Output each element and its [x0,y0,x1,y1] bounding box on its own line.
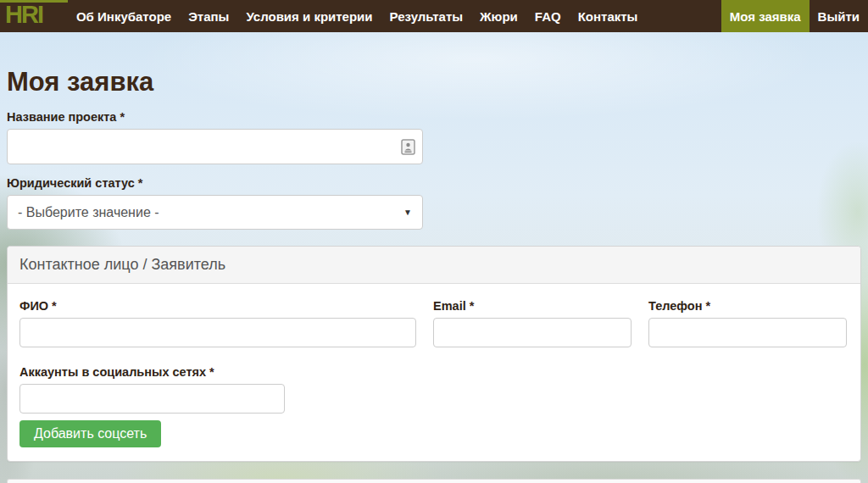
legal-status-select[interactable]: - Выберите значение - ▼ [7,195,423,230]
site-logo[interactable]: HRI [0,0,68,32]
nav-item-about-incubator[interactable]: Об Инкубаторе [68,0,180,32]
social-accounts-label: Аккаунты в социальных сетях * [19,365,849,379]
project-name-field: Название проекта * [7,110,861,164]
user-menu: Моя заявка Выйти [721,0,868,32]
phone-input[interactable] [648,318,847,347]
fio-label: ФИО * [19,299,416,313]
legal-status-field: Юридический статус * - Выберите значение… [7,176,861,230]
nav-item-conditions-criteria[interactable]: Условия и критерии [237,0,381,32]
nav-item-my-application[interactable]: Моя заявка [721,0,810,32]
required-marker: * [705,299,710,313]
project-name-label: Название проекта * [7,110,861,124]
nav-item-contacts[interactable]: Контакты [570,0,647,32]
application-form: Моя заявка Название проекта * Юридически… [7,32,861,462]
required-marker: * [120,110,125,124]
page-title: Моя заявка [7,67,861,97]
nav-item-jury[interactable]: Жюри [471,0,526,32]
required-marker: * [209,365,214,379]
required-marker: * [470,299,475,313]
top-navbar: HRI Об Инкубаторе Этапы Условия и критер… [0,0,868,32]
fio-field: ФИО * [19,299,416,347]
nav-item-logout[interactable]: Выйти [810,0,868,32]
phone-field: Телефон * [648,299,847,347]
contact-person-fieldset: Контактное лицо / Заявитель ФИО * Email … [7,246,861,462]
email-label-text: Email [433,299,466,313]
contact-autofill-icon[interactable] [401,139,415,155]
phone-label: Телефон * [648,299,847,313]
next-section-edge [7,479,861,483]
social-accounts-input[interactable] [19,384,285,414]
social-accounts-label-text: Аккаунты в социальных сетях [19,365,206,379]
nav-item-faq[interactable]: FAQ [526,0,570,32]
add-social-button[interactable]: Добавить соцсеть [19,420,161,447]
main-menu: Об Инкубаторе Этапы Условия и критерии Р… [68,0,646,32]
fieldset-body: ФИО * Email * Телефон * Аккаунты в социа… [8,284,860,461]
legal-status-label: Юридический статус * [7,176,861,190]
project-name-label-text: Название проекта [7,110,116,124]
phone-label-text: Телефон [648,299,702,313]
legal-status-selected-value: - Выберите значение - [18,205,159,220]
required-marker: * [52,299,57,313]
email-input[interactable] [433,318,632,347]
nav-item-stages[interactable]: Этапы [180,0,237,32]
nav-item-results[interactable]: Результаты [381,0,471,32]
fieldset-legend: Контактное лицо / Заявитель [8,247,860,284]
email-label: Email * [433,299,632,313]
chevron-down-icon: ▼ [403,208,412,217]
email-field: Email * [433,299,632,347]
project-name-input[interactable] [7,129,423,164]
social-accounts-field: Аккаунты в социальных сетях * [19,365,849,414]
fio-label-text: ФИО [19,299,48,313]
required-marker: * [138,176,143,190]
legal-status-label-text: Юридический статус [7,176,135,190]
fio-input[interactable] [19,318,416,347]
